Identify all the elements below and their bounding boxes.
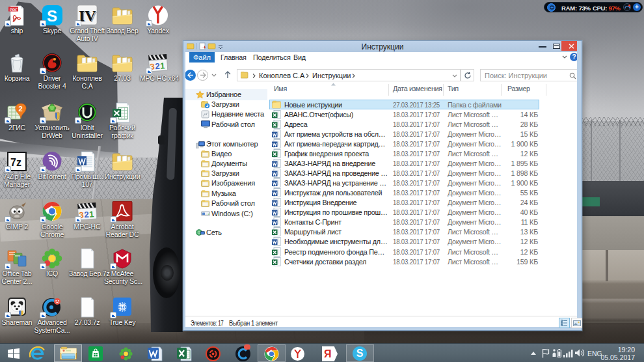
svg-text:S: S <box>47 7 57 25</box>
svg-text:PDF: PDF <box>10 8 18 12</box>
svg-text:2: 2 <box>155 61 160 71</box>
svg-text:1: 1 <box>89 209 94 219</box>
svg-text:2: 2 <box>84 210 89 219</box>
svg-text:IV: IV <box>79 7 96 24</box>
svg-text:1: 1 <box>160 61 165 70</box>
svg-text:7z: 7z <box>10 157 21 168</box>
svg-text:2: 2 <box>19 105 23 113</box>
